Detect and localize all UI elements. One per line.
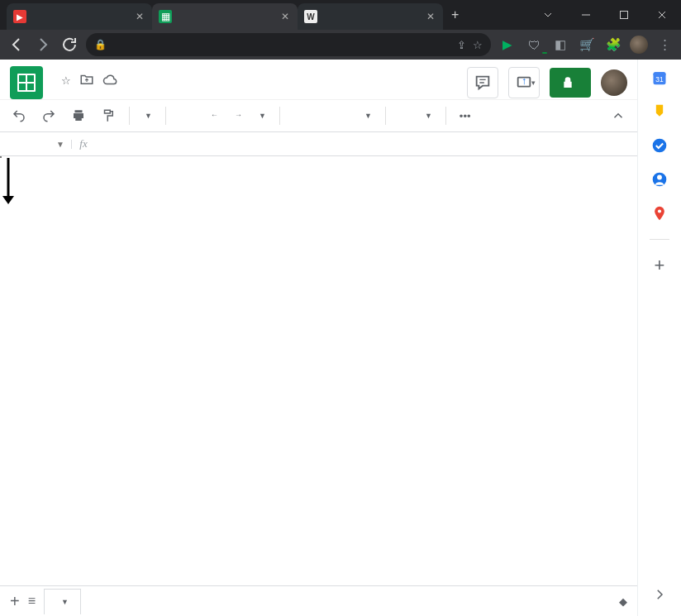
comments-button[interactable] — [467, 67, 498, 98]
browser-tab-2[interactable]: ▦ ✕ — [152, 3, 298, 30]
account-avatar[interactable] — [601, 69, 627, 96]
browser-titlebar: ▶ ✕ ▦ ✕ W ✕ + — [0, 0, 681, 30]
collapse-toolbar-button[interactable] — [606, 105, 631, 127]
svg-point-6 — [653, 139, 667, 153]
window-controls — [529, 0, 681, 30]
sheets-logo-icon[interactable] — [10, 66, 43, 99]
menu-format[interactable] — [106, 91, 117, 94]
font-select[interactable]: ▼ — [288, 108, 377, 123]
new-tab-button[interactable]: + — [443, 7, 467, 22]
extension-icon[interactable]: 🛒 — [577, 37, 597, 52]
star-icon[interactable]: ☆ — [61, 74, 71, 87]
menu-view[interactable] — [79, 91, 91, 94]
reload-button[interactable] — [60, 35, 79, 55]
extension-icon[interactable]: ◧ — [550, 37, 570, 52]
browser-tab-1[interactable]: ▶ ✕ — [7, 3, 152, 30]
paint-format-button[interactable] — [96, 105, 121, 127]
all-sheets-button[interactable]: ≡ — [28, 594, 36, 609]
add-addon-button[interactable]: + — [655, 255, 665, 276]
profile-avatar[interactable] — [630, 36, 648, 54]
minimize-button[interactable] — [567, 0, 605, 30]
increase-decimal-button[interactable]: → — [228, 108, 247, 123]
close-icon[interactable]: ✕ — [279, 11, 291, 22]
svg-text:31: 31 — [655, 75, 664, 84]
hide-panel-button[interactable] — [652, 587, 667, 604]
move-icon[interactable] — [79, 72, 94, 89]
maps-icon[interactable] — [651, 205, 668, 224]
menu-edit[interactable] — [66, 91, 78, 94]
forward-button[interactable] — [33, 35, 53, 55]
currency-button[interactable] — [174, 112, 184, 119]
undo-button[interactable] — [7, 105, 31, 127]
more-tools-button[interactable]: ••• — [455, 107, 476, 126]
keep-icon[interactable] — [651, 103, 668, 122]
svg-point-9 — [658, 209, 661, 212]
fx-icon: fx — [72, 137, 95, 150]
zoom-select[interactable]: ▼ — [138, 108, 157, 123]
close-icon[interactable]: ✕ — [134, 11, 145, 22]
favicon-icon: ▶ — [13, 10, 26, 23]
contacts-icon[interactable] — [651, 171, 668, 190]
dropdown-icon[interactable] — [529, 0, 567, 30]
maximize-button[interactable] — [605, 0, 643, 30]
formula-bar: ▼ fx — [0, 132, 637, 156]
calendar-icon[interactable]: 31 — [651, 69, 668, 88]
print-button[interactable] — [66, 105, 91, 127]
sheet-tab[interactable]: ▼ — [44, 589, 81, 614]
menu-file[interactable] — [53, 91, 64, 94]
browser-tabs: ▶ ✕ ▦ ✕ W ✕ + — [0, 0, 529, 30]
extension-icon[interactable]: 🛡 — [524, 38, 544, 52]
explore-button[interactable]: ◆ — [619, 595, 627, 608]
svg-point-8 — [657, 175, 662, 180]
menu-data[interactable] — [119, 91, 131, 94]
add-sheet-button[interactable]: + — [10, 592, 20, 611]
tasks-icon[interactable] — [651, 137, 668, 156]
favicon-icon: ▦ — [159, 10, 172, 23]
redo-button[interactable] — [36, 105, 61, 127]
star-icon[interactable]: ☆ — [473, 39, 483, 51]
toolbar: ▼ ← → ▼ ▼ ▼ ••• — [0, 99, 637, 132]
kebab-menu-icon[interactable]: ⋮ — [655, 37, 674, 52]
close-icon[interactable]: ✕ — [425, 11, 436, 22]
more-formats-button[interactable]: ▼ — [252, 108, 271, 123]
url-input[interactable]: 🔒 ⇪ ☆ — [86, 33, 491, 56]
back-button[interactable] — [7, 35, 26, 55]
extensions-menu-icon[interactable]: 🧩 — [603, 37, 623, 52]
extension-icon[interactable]: ▶ — [498, 37, 517, 52]
decrease-decimal-button[interactable]: ← — [204, 108, 223, 123]
address-bar: 🔒 ⇪ ☆ ▶ 🛡 ◧ 🛒 🧩 ⋮ — [0, 30, 681, 60]
name-box[interactable]: ▼ — [0, 140, 72, 149]
side-panel: 31 + — [637, 60, 681, 616]
sheet-tab-bar: + ≡ ▼ ◆ — [0, 585, 637, 616]
lock-icon: 🔒 — [94, 39, 107, 50]
close-window-button[interactable] — [643, 0, 681, 30]
menu-bar — [53, 91, 457, 94]
share-button[interactable] — [550, 68, 591, 98]
svg-rect-0 — [621, 12, 628, 19]
menu-insert[interactable] — [93, 91, 104, 94]
favicon-icon: W — [304, 10, 317, 23]
docs-header: ☆ ↑ ▾ — [0, 60, 637, 99]
spreadsheet-grid[interactable] — [0, 156, 637, 585]
font-size-select[interactable]: ▼ — [394, 108, 437, 123]
browser-tab-3[interactable]: W ✕ — [298, 3, 443, 30]
present-button[interactable]: ↑ ▾ — [508, 67, 540, 98]
percent-button[interactable] — [189, 112, 199, 119]
cloud-saved-status[interactable] — [102, 73, 121, 88]
share-page-icon[interactable]: ⇪ — [457, 39, 466, 51]
